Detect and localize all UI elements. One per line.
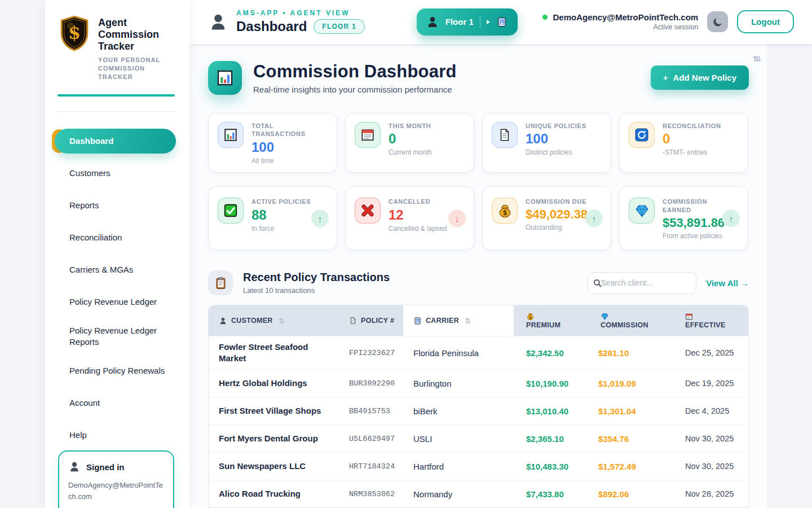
bar-chart-icon xyxy=(223,128,238,142)
stats-row-1: TOTAL TRANSACTIONS 100 All time THIS MON… xyxy=(208,113,749,173)
stat-tile xyxy=(492,122,518,148)
column-header-premium[interactable]: PREMIUM ⇅ xyxy=(514,305,588,336)
session-info: DemoAgency@MetroPointTech.com Active ses… xyxy=(542,12,698,31)
trend-up-icon: ↑ xyxy=(585,209,603,227)
person-icon xyxy=(68,461,81,473)
plus-icon: + xyxy=(663,73,668,82)
sidebar-item-label: Reconciliation xyxy=(69,232,122,243)
signed-in-title: Signed in xyxy=(86,462,125,472)
sidebar-item-label: Dashboard xyxy=(69,135,113,147)
online-status-dot xyxy=(542,15,548,20)
sidebar-item-reports[interactable]: Reports xyxy=(55,193,176,218)
sidebar-item-policy-revenue-ledger[interactable]: Policy Revenue Ledger xyxy=(55,290,176,314)
sidebar-item-label: Carriers & MGAs xyxy=(69,264,133,275)
view-all-link[interactable]: View All → xyxy=(706,278,749,288)
cell-policy: FPI2323627 xyxy=(339,344,403,362)
cell-customer: Fort Myers Dental Group xyxy=(209,428,339,449)
column-label: CARRIER xyxy=(426,317,459,325)
moon-icon xyxy=(712,16,724,28)
stat-card-active-policies: ACTIVE POLICIES 88 In force ↑ xyxy=(208,186,337,250)
sidebar-item-label: Reports xyxy=(69,200,99,211)
person-icon xyxy=(219,317,227,325)
table-row[interactable]: Alico Road Trucking NRM3853862 Normandy … xyxy=(209,480,748,507)
stat-label: THIS MONTH xyxy=(389,122,432,130)
cell-commission: $1,572.49 xyxy=(588,457,673,476)
stat-sub: Outstanding xyxy=(526,224,588,231)
stat-card-reconciliation: RECONCILIATION 0 -STMT- entries xyxy=(619,113,748,173)
sidebar-item-carriers-mgas[interactable]: Carriers & MGAs xyxy=(55,257,176,282)
cell-effective: Nov 30, 2025 xyxy=(673,430,749,448)
sidebar-item-account[interactable]: Account xyxy=(55,391,176,415)
table-row[interactable]: Fort Myers Dental Group USL6629497 USLI … xyxy=(209,424,748,452)
bar-chart-icon xyxy=(216,69,234,87)
sidebar-item-help[interactable]: Help xyxy=(55,423,176,448)
cell-commission: $354.76 xyxy=(588,430,673,448)
dark-mode-toggle[interactable] xyxy=(707,11,728,32)
cell-carrier: Normandy xyxy=(403,485,514,503)
stat-value: 100 xyxy=(526,131,586,147)
stat-tile xyxy=(218,122,244,148)
app-view-label: AMS-APP • AGENT VIEW xyxy=(236,9,365,17)
cell-carrier: USLI xyxy=(403,430,514,448)
floor-selector-button[interactable]: Floor 1 xyxy=(417,8,518,36)
column-label: CUSTOMER xyxy=(231,317,273,325)
cell-customer: Alico Road Trucking xyxy=(209,484,339,504)
sidebar-item-customers[interactable]: Customers xyxy=(55,161,176,186)
sidebar-item-label: Account xyxy=(69,397,100,409)
dashboard-subtitle: Real-time insights into your commission … xyxy=(253,85,457,94)
stat-label: RECONCILIATION xyxy=(663,122,721,130)
money-bag-icon xyxy=(526,312,535,321)
stat-value: 0 xyxy=(389,131,432,147)
column-header-policy[interactable]: POLICY # xyxy=(339,305,403,336)
building-icon xyxy=(413,317,422,325)
check-icon xyxy=(223,203,238,218)
cell-commission: $1,019.09 xyxy=(588,374,673,393)
cross-icon xyxy=(361,204,374,217)
column-label: POLICY # xyxy=(361,317,394,325)
sidebar-item-dashboard[interactable]: Dashboard xyxy=(55,129,176,154)
column-header-carrier[interactable]: CARRIER ⇅ xyxy=(403,305,514,336)
sort-icon: ⇅ xyxy=(465,317,471,325)
app-window: $ Agent Commission Tracker YOUR PERSONAL… xyxy=(0,0,812,508)
stat-sub: In force xyxy=(251,225,311,233)
transactions-subtitle: Latest 10 transactions xyxy=(243,286,390,295)
stat-label: COMMISSION DUE xyxy=(526,198,588,206)
cell-effective: Dec 19, 2025 xyxy=(673,374,749,392)
add-new-policy-button[interactable]: + Add New Policy xyxy=(651,65,749,90)
diamond-icon xyxy=(634,203,650,218)
table-row[interactable]: First Street Village Shops BB4915753 biB… xyxy=(209,397,748,424)
floor-button-label: Floor 1 xyxy=(445,17,474,27)
search-client-input[interactable] xyxy=(588,272,696,294)
sidebar-item-pending-policy-renewals[interactable]: Pending Policy Renewals xyxy=(55,358,176,383)
stat-tile xyxy=(355,198,381,224)
column-header-commission[interactable]: COMMISSION ⇅ xyxy=(588,305,673,336)
table-row[interactable]: Hertz Global Holdings BUR3892290 Burling… xyxy=(209,369,748,397)
table-row[interactable]: Fowler Street Seafood Market FPI2323627 … xyxy=(209,336,748,369)
column-header-customer[interactable]: CUSTOMER ⇅ xyxy=(209,305,339,336)
stat-tile xyxy=(629,122,655,148)
user-email: DemoAgency@MetroPointTech.com xyxy=(553,12,698,22)
svg-text:$: $ xyxy=(68,22,81,43)
table-row[interactable]: Sun Newspapers LLC HRT7184324 Hartford $… xyxy=(209,452,748,480)
sidebar-item-reconciliation[interactable]: Reconciliation xyxy=(55,225,176,250)
cell-carrier: Florida Peninsula xyxy=(403,344,514,362)
sidebar-item-policy-revenue-ledger-reports[interactable]: Policy Revenue Ledger Reports xyxy=(55,322,176,352)
logout-button[interactable]: Logout xyxy=(737,10,794,33)
stat-label: TOTAL TRANSACTIONS xyxy=(251,122,329,139)
cell-commission: $892.06 xyxy=(588,485,673,503)
cell-customer: Fowler Street Seafood Market xyxy=(209,337,321,369)
divider xyxy=(480,16,480,28)
diamond-icon xyxy=(601,312,609,321)
cell-policy: BUR3892290 xyxy=(339,375,403,392)
transactions-title: Recent Policy Transactions xyxy=(243,271,390,284)
cell-policy: HRT7184324 xyxy=(339,458,403,475)
signed-in-email: DemoAgency@MetroPointTech.com xyxy=(68,480,165,502)
column-header-effective[interactable]: EFFECTIVE ⇅ xyxy=(673,305,749,336)
gray-divider xyxy=(58,111,175,112)
person-icon xyxy=(208,12,228,32)
stat-sub: Cancelled & lapsed xyxy=(389,225,447,233)
stat-sub: -STMT- entries xyxy=(663,148,721,156)
refresh-icon xyxy=(634,128,649,142)
transactions-table: CUSTOMER ⇅ POLICY # CARRIER ⇅ PREMI xyxy=(208,305,749,508)
cell-premium: $7,433.80 xyxy=(514,485,588,503)
